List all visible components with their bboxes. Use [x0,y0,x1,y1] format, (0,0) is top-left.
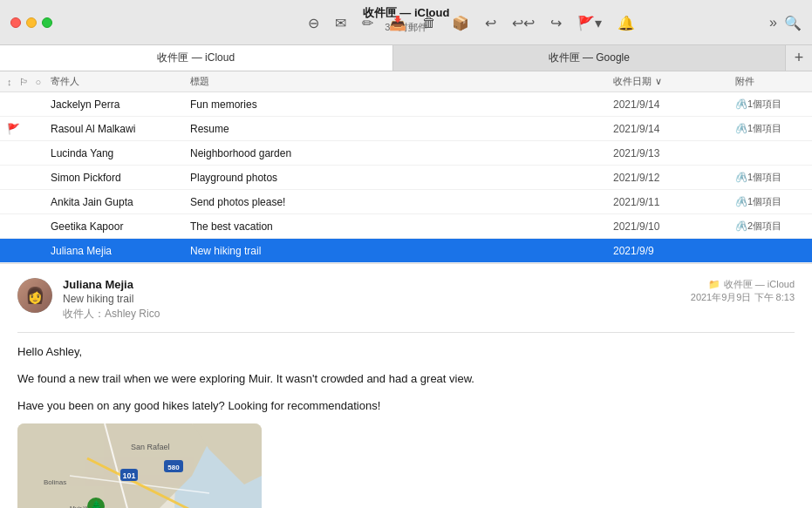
email-date: 2021/9/14 [613,98,735,111]
col-date-header: 收件日期 ∨ [613,75,735,88]
avatar: 👩 [17,278,52,313]
email-sender: Geetika Kapoor [51,220,190,233]
email-list: Jackelyn Perra Fun memories 2021/9/14 🖇️… [0,92,812,264]
flag-indicator: 🚩 [7,123,20,135]
tabbar: 收件匣 — iCloud 收件匣 — Google + [0,45,812,71]
archive-icon[interactable]: 📥 [389,14,406,30]
move-icon[interactable]: 📦 [452,14,469,30]
email-subject: Fun memories [190,98,613,111]
close-button[interactable] [10,17,21,28]
email-subject: Send photos please! [190,196,613,208]
email-sender: Jackelyn Perra [51,98,190,111]
email-mailbox: 📁 收件匣 — iCloud [691,278,795,291]
titlebar: 收件匣 — iCloud 38 封郵件 ⊖ ✉ ✏ 📥 🗑 📦 ↩ ↩↩ ↪ 🚩… [0,0,812,45]
email-row[interactable]: Ankita Jain Gupta Send photos please! 20… [0,190,812,214]
svg-text:San Rafael: San Rafael [131,443,170,451]
svg-text:101: 101 [122,471,135,480]
notification-icon[interactable]: 🔔 [618,14,635,30]
email-date: 2021/9/13 [613,147,735,159]
map-attachment[interactable]: San Rafael Bolinas Muir Woods National M… [17,423,262,508]
email-date: 2021/9/12 [613,172,735,184]
body-paragraph: Have you been on any good hikes lately? … [17,397,795,416]
email-subject: The best vacation [190,220,613,233]
email-sender: Rasoul Al Malkawi [51,123,190,135]
toolbar: ⊖ ✉ ✏ 📥 🗑 📦 ↩ ↩↩ ↪ 🚩▾ 🔔 [174,14,768,30]
email-detail: 👩 Juliana Mejia New hiking trail 收件人：Ash… [0,264,812,508]
email-date: 2021/9/9 [613,245,735,257]
email-attachment: 🖇️1個項目 [735,122,805,135]
reply-all-icon[interactable]: ↩↩ [512,14,535,30]
col-attachment-header: 附件 [735,75,805,88]
email-body: Hello Ashley,We found a new trail when w… [17,343,795,415]
email-row[interactable]: Juliana Mejia New hiking trail 2021/9/9 [0,239,812,263]
column-headers: ↕ 🏳 ○ 寄件人 標題 收件日期 ∨ 附件 [0,71,812,92]
flag-icon[interactable]: 🚩▾ [577,14,602,30]
forward-icon[interactable]: ↪ [550,14,562,30]
compose-icon[interactable]: ⊖ [308,14,319,30]
email-header: 👩 Juliana Mejia New hiking trail 收件人：Ash… [17,278,795,333]
email-sender: Ankita Jain Gupta [51,196,190,208]
email-from: Juliana Mejia [63,278,691,291]
svg-text:580: 580 [167,464,180,471]
email-subject: Neighborhood garden [190,147,613,159]
delete-icon[interactable]: 🗑 [422,15,436,30]
col-sender-header: 寄件人 [51,75,190,88]
svg-text:Bolinas: Bolinas [44,478,66,486]
email-subject-detail: New hiking trail [63,293,691,305]
email-row[interactable]: 🚩 Rasoul Al Malkawi Resume 2021/9/14 🖇️1… [0,117,812,141]
email-row[interactable]: Jackelyn Perra Fun memories 2021/9/14 🖇️… [0,92,812,117]
email-row[interactable]: Lucinda Yang Neighborhood garden 2021/9/… [0,141,812,166]
reply-icon[interactable]: ↩ [485,14,496,30]
email-meta-right: 📁 收件匣 — iCloud 2021年9月9日 下午 8:13 [691,278,795,304]
email-row[interactable]: Geetika Kapoor The best vacation 2021/9/… [0,214,812,239]
tab-google[interactable]: 收件匣 — Google [393,45,787,71]
traffic-lights [10,17,52,28]
email-date: 2021年9月9日 下午 8:13 [691,291,795,304]
email-date: 2021/9/14 [613,123,735,135]
search-icon[interactable]: 🔍 [784,14,802,30]
email-date: 2021/9/11 [613,196,735,208]
email-attachment: 🖇️1個項目 [735,98,805,111]
add-tab-button[interactable]: + [786,45,812,71]
svg-text:🌲: 🌲 [90,499,103,508]
edit-icon[interactable]: ✏ [362,14,373,30]
minimize-button[interactable] [26,17,37,28]
email-subject: New hiking trail [190,245,613,257]
body-paragraph: We found a new trail when we were explor… [17,370,795,389]
email-subject: Playground photos [190,172,613,184]
email-sender: Simon Pickford [51,172,190,184]
email-subject: Resume [190,123,613,135]
body-paragraph: Hello Ashley, [17,343,795,362]
email-row[interactable]: Simon Pickford Playground photos 2021/9/… [0,166,812,190]
email-attachment: 🖇️1個項目 [735,171,805,184]
col-subject-header: 標題 [190,75,613,88]
mail-icon[interactable]: ✉ [335,14,346,30]
tab-icloud[interactable]: 收件匣 — iCloud [0,45,393,71]
email-to: 收件人：Ashley Rico [63,307,691,322]
more-icon[interactable]: » [769,15,777,30]
sort-icons: ↕ 🏳 ○ [7,77,51,87]
email-sender: Juliana Mejia [51,245,190,257]
email-attachment: 🖇️2個項目 [735,220,805,233]
maximize-button[interactable] [42,17,52,28]
row-icons: 🚩 [7,123,51,135]
email-date: 2021/9/10 [613,220,735,233]
email-attachment: 🖇️1個項目 [735,195,805,208]
email-sender: Lucinda Yang [51,147,190,159]
email-meta: Juliana Mejia New hiking trail 收件人：Ashle… [63,278,691,322]
